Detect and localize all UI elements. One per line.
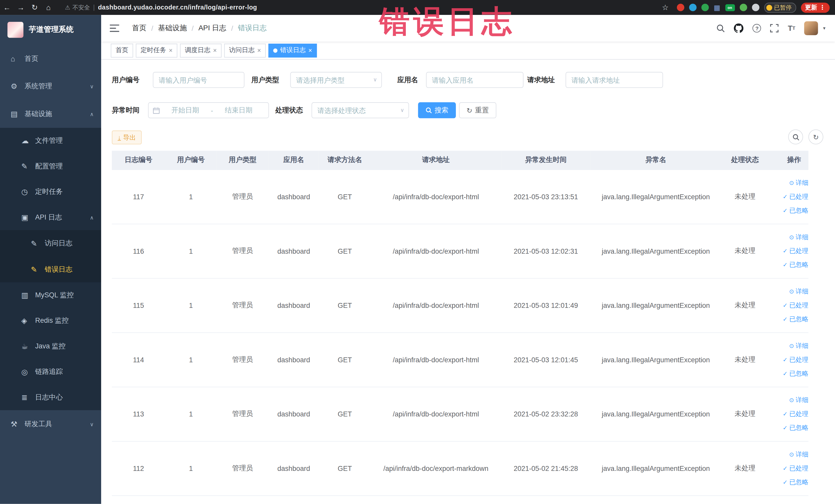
cell-url: /api/infra/db-doc/export-markdown xyxy=(371,441,501,496)
ext-grid-icon[interactable]: ▦ xyxy=(714,3,720,11)
cell-log-id: 114 xyxy=(112,332,165,387)
ext-red-circle-icon[interactable] xyxy=(677,4,684,11)
detail-link[interactable]: ⊙详细 xyxy=(789,230,808,244)
breadcrumb-home[interactable]: 首页 xyxy=(132,23,147,33)
help-icon[interactable]: ? xyxy=(753,24,761,32)
forward-icon[interactable]: → xyxy=(14,3,28,12)
ignored-label: 已忽略 xyxy=(789,204,809,218)
status-select-input[interactable] xyxy=(312,102,409,118)
fullscreen-icon[interactable] xyxy=(770,24,779,32)
cell-user-type: 管理员 xyxy=(217,387,268,441)
range-end-placeholder[interactable]: 结束日期 xyxy=(213,105,264,115)
detail-link[interactable]: ⊙详细 xyxy=(789,176,808,190)
paused-badge[interactable]: 已暂停 xyxy=(764,2,796,12)
ext-blue-drop-icon[interactable] xyxy=(689,4,697,11)
back-icon[interactable]: ← xyxy=(0,3,14,12)
mark-processed-link[interactable]: ✓已处理 xyxy=(782,407,808,421)
mark-processed-link[interactable]: ✓已处理 xyxy=(782,244,808,258)
search-icon[interactable] xyxy=(716,24,725,32)
mark-ignored-link[interactable]: ✓已忽略 xyxy=(782,421,808,435)
ext-on-badge-icon[interactable]: on xyxy=(725,4,735,11)
caret-down-icon[interactable]: ▾ xyxy=(823,26,825,31)
app-logo[interactable]: 芋道管理系统 xyxy=(0,15,101,45)
close-icon[interactable]: × xyxy=(257,47,261,54)
sidebar-item-trace[interactable]: ◎ 链路追踪 xyxy=(0,359,101,385)
user-type-select[interactable]: ∨ xyxy=(290,72,382,88)
mark-processed-link[interactable]: ✓已处理 xyxy=(782,298,808,312)
sidebar-item-log-center[interactable]: ≣ 日志中心 xyxy=(0,385,101,410)
refresh-table-button[interactable]: ↻ xyxy=(808,129,823,144)
close-icon[interactable]: × xyxy=(213,47,217,54)
chevron-down-icon: ∨ xyxy=(90,421,94,427)
breadcrumb-infrastructure[interactable]: 基础设施 xyxy=(158,23,187,33)
sidebar-item-redis-monitor[interactable]: ◈ Redis 监控 xyxy=(0,308,101,334)
mark-processed-link[interactable]: ✓已处理 xyxy=(782,461,808,475)
reload-icon[interactable]: ↻ xyxy=(28,3,42,12)
top-navbar: 首页 / 基础设施 / API 日志 / 错误日志 ? TT ▾ xyxy=(101,15,835,42)
font-size-icon[interactable]: TT xyxy=(788,24,795,32)
sidebar-item-dev-tools[interactable]: ⚒ 研发工具 ∨ xyxy=(0,410,101,438)
browser-menu-icon[interactable]: ⋮ xyxy=(819,4,826,11)
tab-error-log[interactable]: 错误日志 × xyxy=(268,43,317,57)
toggle-search-button[interactable] xyxy=(788,129,803,144)
detail-link[interactable]: ⊙详细 xyxy=(789,339,808,353)
browser-home-icon[interactable]: ⌂ xyxy=(42,3,56,12)
sidebar-item-config-management[interactable]: ✎ 配置管理 xyxy=(0,154,101,179)
not-secure-warning[interactable]: ⚠ 不安全 xyxy=(65,3,90,11)
sidebar-item-error-log[interactable]: ✎ 错误日志 xyxy=(0,256,101,282)
sidebar-item-api-logs[interactable]: ▣ API 日志 ∧ xyxy=(0,205,101,230)
sidebar-item-file-management[interactable]: ☁ 文件管理 xyxy=(0,128,101,154)
detail-link[interactable]: ⊙详细 xyxy=(789,393,808,407)
address-bar[interactable]: ⚠ 不安全 | dashboard.yudao.iocoder.cn/infra… xyxy=(65,3,257,11)
request-url-input[interactable] xyxy=(566,72,663,88)
github-icon[interactable] xyxy=(734,23,744,33)
tab-home[interactable]: 首页 xyxy=(111,43,133,57)
mark-processed-link[interactable]: ✓已处理 xyxy=(782,352,808,366)
sidebar-item-mysql-monitor[interactable]: ▥ MySQL 监控 xyxy=(0,282,101,308)
detail-link[interactable]: ⊙详细 xyxy=(789,284,808,298)
close-icon[interactable]: × xyxy=(169,47,173,54)
sidebar-item-access-log[interactable]: ✎ 访问日志 xyxy=(0,230,101,256)
cell-method: GET xyxy=(319,169,371,224)
close-icon[interactable]: × xyxy=(308,47,312,54)
url-text[interactable]: dashboard.yudao.iocoder.cn/infra/log/api… xyxy=(98,4,257,11)
hamburger-icon[interactable] xyxy=(109,24,119,32)
search-button[interactable]: 搜索 xyxy=(418,102,456,118)
browser-update-button[interactable]: 更新 ⋮ xyxy=(801,2,830,12)
app-name-input[interactable] xyxy=(426,72,524,88)
ext-paw-icon[interactable] xyxy=(752,4,759,11)
range-start-placeholder[interactable]: 开始日期 xyxy=(160,105,211,115)
sidebar-item-infrastructure[interactable]: ▤ 基础设施 ∧ xyxy=(0,100,101,128)
detail-label: 详细 xyxy=(796,176,809,190)
user-id-input[interactable] xyxy=(153,72,244,88)
mark-ignored-link[interactable]: ✓已忽略 xyxy=(782,475,808,489)
mark-processed-link[interactable]: ✓已处理 xyxy=(782,190,808,204)
mark-ignored-link[interactable]: ✓已忽略 xyxy=(782,312,808,326)
sidebar-item-home[interactable]: ⌂ 首页 xyxy=(0,45,101,73)
sidebar-item-java-monitor[interactable]: ☕ Java 监控 xyxy=(0,334,101,359)
tab-scheduled-tasks[interactable]: 定时任务 × xyxy=(136,43,177,57)
ext-green-circle-icon[interactable] xyxy=(701,4,709,11)
tab-access-log[interactable]: 访问日志 × xyxy=(224,43,266,57)
user-type-select-input[interactable] xyxy=(290,72,382,88)
mark-ignored-link[interactable]: ✓已忽略 xyxy=(782,366,808,380)
mark-ignored-link[interactable]: ✓已忽略 xyxy=(782,258,808,271)
exception-time-range-picker[interactable]: 开始日期 - 结束日期 xyxy=(148,102,269,118)
cell-time: 2021-05-03 12:01:45 xyxy=(501,332,591,387)
status-select[interactable]: ∨ xyxy=(312,102,409,118)
detail-link[interactable]: ⊙详细 xyxy=(789,447,808,461)
ext-leaf-icon[interactable] xyxy=(739,4,747,11)
sidebar-item-system-management[interactable]: ⚙ 系统管理 ∨ xyxy=(0,73,101,100)
cell-app: dashboard xyxy=(268,387,319,441)
export-button[interactable]: ↓ 导出 xyxy=(112,130,142,144)
processed-label: 已处理 xyxy=(789,352,809,366)
bookmark-star-icon[interactable]: ☆ xyxy=(658,3,672,12)
user-avatar[interactable] xyxy=(805,21,818,35)
log-icon: ▣ xyxy=(21,213,34,222)
cell-url: /api/infra/db-doc/export-html xyxy=(371,224,501,278)
tab-dispatch-log[interactable]: 调度日志 × xyxy=(180,43,222,57)
breadcrumb-api-logs[interactable]: API 日志 xyxy=(199,23,226,33)
sidebar-item-scheduled-tasks[interactable]: ◷ 定时任务 xyxy=(0,179,101,205)
mark-ignored-link[interactable]: ✓已忽略 xyxy=(782,204,808,218)
reset-button[interactable]: ↻ 重置 xyxy=(459,102,496,118)
